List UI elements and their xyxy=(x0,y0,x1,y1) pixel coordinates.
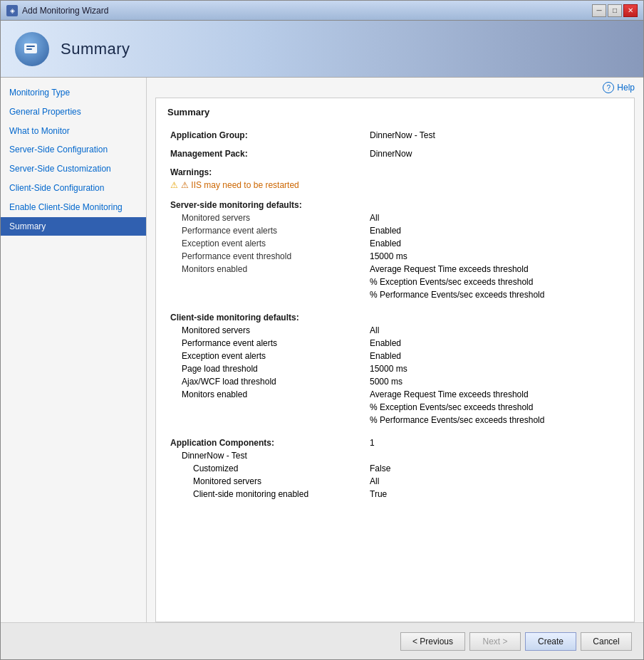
table-row: Monitored servers All xyxy=(167,211,623,224)
table-row: Server-side monitoring defaults: xyxy=(167,199,623,211)
field-label: Monitors enabled xyxy=(167,388,367,401)
field-value: 15000 ms xyxy=(367,250,623,263)
summary-table: Application Group: DinnerNow - Test Mana… xyxy=(167,129,623,501)
field-label: Performance event alerts xyxy=(167,224,367,237)
field-label: Application Group: xyxy=(167,129,367,142)
table-row: % Exception Events/sec exceeds threshold xyxy=(167,401,623,414)
sidebar-item-summary[interactable]: Summary xyxy=(1,217,146,236)
field-value: False xyxy=(367,462,623,475)
section-label: Server-side monitoring defaults: xyxy=(167,199,367,211)
table-row: Performance event alerts Enabled xyxy=(167,224,623,237)
summary-heading: Summary xyxy=(167,107,623,120)
field-value: % Exception Events/sec exceeds threshold xyxy=(367,276,623,288)
table-row: Monitored servers All xyxy=(167,475,623,488)
maximize-button[interactable]: □ xyxy=(608,4,622,17)
window-icon: ◈ xyxy=(6,5,18,16)
field-value: Average Request Time exceeds threshold xyxy=(367,388,623,401)
field-value: 15000 ms xyxy=(367,362,623,375)
section-label: Application Components: xyxy=(167,436,367,449)
sidebar-item-what-to-monitor[interactable]: What to Monitor xyxy=(1,122,146,141)
help-bar: ? Help xyxy=(147,78,643,98)
svg-rect-2 xyxy=(26,48,32,50)
field-value: Enabled xyxy=(367,337,623,350)
help-icon: ? xyxy=(603,82,614,93)
main-content: Monitoring Type General Properties What … xyxy=(1,78,643,622)
field-value: Enabled xyxy=(367,224,623,237)
field-value: DinnerNow - Test xyxy=(367,129,623,142)
warning-item: ⚠⚠ IIS may need to be restarted xyxy=(167,179,623,192)
warnings-label: Warnings: xyxy=(167,166,367,179)
field-value: True xyxy=(367,488,623,501)
field-value: % Performance Events/sec exceeds thresho… xyxy=(367,288,623,301)
field-label: Performance event alerts xyxy=(167,337,367,350)
warning-text: ⚠ IIS may need to be restarted xyxy=(181,180,299,190)
table-row: ⚠⚠ IIS may need to be restarted xyxy=(167,179,623,192)
sidebar: Monitoring Type General Properties What … xyxy=(1,78,147,622)
field-label: Page load threshold xyxy=(167,362,367,375)
previous-button[interactable]: < Previous xyxy=(400,632,465,651)
field-label: DinnerNow - Test xyxy=(167,449,367,462)
table-row: % Exception Events/sec exceeds threshold xyxy=(167,276,623,288)
sidebar-item-client-side-config[interactable]: Client-Side Configuration xyxy=(1,179,146,198)
table-row: Performance event alerts Enabled xyxy=(167,337,623,350)
close-button[interactable]: ✕ xyxy=(623,4,638,17)
table-row: Client-side monitoring defaults: xyxy=(167,311,623,324)
field-value: Average Request Time exceeds threshold xyxy=(367,263,623,276)
sidebar-item-general-properties[interactable]: General Properties xyxy=(1,103,146,122)
field-label: Exception event alerts xyxy=(167,350,367,362)
summary-panel: Summary Application Group: DinnerNow - T… xyxy=(155,98,635,622)
header-title: Summary xyxy=(61,40,130,58)
field-value: % Exception Events/sec exceeds threshold xyxy=(367,401,623,414)
table-row: Client-side monitoring enabled True xyxy=(167,488,623,501)
section-label: Client-side monitoring defaults: xyxy=(167,311,367,324)
table-row: Ajax/WCF load threshold 5000 ms xyxy=(167,375,623,388)
help-link[interactable]: ? Help xyxy=(603,82,635,93)
table-row: Monitored servers All xyxy=(167,324,623,337)
field-value: 5000 ms xyxy=(367,375,623,388)
field-label: Customized xyxy=(167,462,367,475)
table-row: Monitors enabled Average Request Time ex… xyxy=(167,263,623,276)
field-label: Management Pack: xyxy=(167,147,367,160)
create-button[interactable]: Create xyxy=(525,632,576,651)
minimize-button[interactable]: ─ xyxy=(592,4,606,17)
table-row: Exception event alerts Enabled xyxy=(167,237,623,250)
window-title: Add Monitoring Wizard xyxy=(22,6,592,16)
sidebar-item-server-side-custom[interactable]: Server-Side Customization xyxy=(1,159,146,179)
header-icon xyxy=(15,32,49,66)
content-area: ? Help Summary Application Group: Dinner… xyxy=(147,78,643,622)
field-label: Client-side monitoring enabled xyxy=(167,488,367,501)
field-value: 1 xyxy=(367,436,623,449)
field-value: % Performance Events/sec exceeds thresho… xyxy=(367,414,623,426)
field-label: Monitors enabled xyxy=(167,263,367,276)
header-section: Summary xyxy=(1,21,643,78)
table-row: Application Group: DinnerNow - Test xyxy=(167,129,623,142)
help-label: Help xyxy=(617,83,635,93)
table-row: Management Pack: DinnerNow xyxy=(167,147,623,160)
table-row: Monitors enabled Average Request Time ex… xyxy=(167,388,623,401)
sidebar-item-monitoring-type[interactable]: Monitoring Type xyxy=(1,83,146,103)
field-label: Monitored servers xyxy=(167,211,367,224)
field-value: Enabled xyxy=(367,350,623,362)
table-row: % Performance Events/sec exceeds thresho… xyxy=(167,414,623,426)
table-row: Performance event threshold 15000 ms xyxy=(167,250,623,263)
table-row: Customized False xyxy=(167,462,623,475)
field-label: Exception event alerts xyxy=(167,237,367,250)
field-label: Performance event threshold xyxy=(167,250,367,263)
sidebar-item-enable-client-monitoring[interactable]: Enable Client-Side Monitoring xyxy=(1,198,146,217)
title-bar-controls: ─ □ ✕ xyxy=(592,4,638,17)
svg-rect-1 xyxy=(26,46,35,47)
field-value: All xyxy=(367,211,623,224)
footer: < Previous Next > Create Cancel xyxy=(1,622,643,659)
field-label: Monitored servers xyxy=(167,324,367,337)
sidebar-item-server-side-config[interactable]: Server-Side Configuration xyxy=(1,140,146,159)
next-button[interactable]: Next > xyxy=(469,632,521,651)
field-label: Monitored servers xyxy=(167,475,367,488)
field-value: DinnerNow xyxy=(367,147,623,160)
table-row: Warnings: xyxy=(167,166,623,179)
field-value: All xyxy=(367,475,623,488)
warning-icon: ⚠ xyxy=(170,180,178,190)
table-row: Page load threshold 15000 ms xyxy=(167,362,623,375)
field-label: Ajax/WCF load threshold xyxy=(167,375,367,388)
cancel-button[interactable]: Cancel xyxy=(581,632,632,651)
table-row: DinnerNow - Test xyxy=(167,449,623,462)
